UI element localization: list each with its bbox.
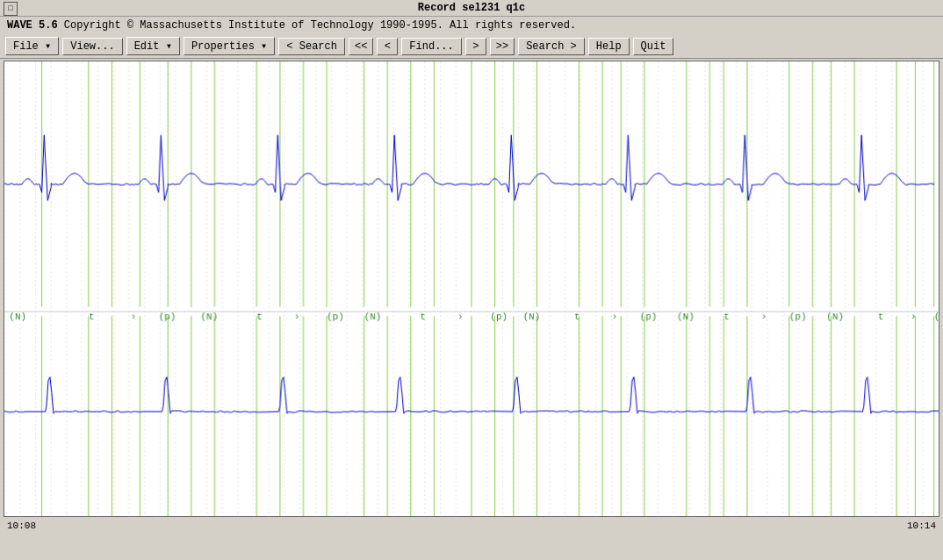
search-prev-button[interactable]: < Search	[278, 38, 345, 55]
title-bar: □ Record sel231 q1c	[0, 0, 943, 17]
prev-prev-button[interactable]: <<	[349, 38, 373, 55]
view-button[interactable]: View...	[62, 38, 122, 55]
help-button[interactable]: Help	[588, 38, 630, 55]
time-end: 10:14	[907, 521, 936, 531]
time-bar: 10:08 10:14	[0, 519, 943, 533]
window-icon[interactable]: □	[4, 2, 18, 16]
copyright-text: Copyright © Massachusetts Institute of T…	[64, 19, 576, 32]
toolbar: File ▾ View... Edit ▾ Properties ▾ < Sea…	[0, 34, 943, 59]
find-button[interactable]: Find...	[401, 38, 461, 55]
properties-button[interactable]: Properties ▾	[184, 37, 275, 55]
waveform-area[interactable]	[4, 61, 939, 517]
next-next-button[interactable]: >>	[490, 38, 515, 55]
edit-button[interactable]: Edit ▾	[126, 37, 180, 55]
time-start: 10:08	[7, 521, 36, 531]
window-title: Record sel231 q1c	[418, 2, 525, 14]
waveform-canvas	[4, 61, 939, 516]
search-next-button[interactable]: Search >	[518, 38, 585, 55]
prev-button[interactable]: <	[377, 38, 398, 55]
file-button[interactable]: File ▾	[5, 37, 59, 55]
copyright-bar: WAVE 5.6 Copyright © Massachusetts Insti…	[0, 17, 943, 34]
quit-button[interactable]: Quit	[633, 38, 674, 55]
next-button[interactable]: >	[465, 38, 486, 55]
wave-version-label: WAVE 5.6	[7, 19, 58, 32]
